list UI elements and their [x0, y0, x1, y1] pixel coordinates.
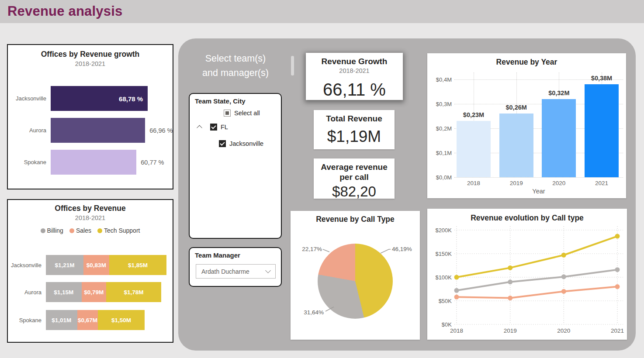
h-gridline — [454, 177, 623, 178]
chart-subtitle: 2018-2021 — [8, 214, 173, 221]
revenue-by-year-card: Revenue by Year $0,0M$0,1M$0,2M$0,3M$0,4… — [427, 53, 626, 198]
legend-label: Billing — [47, 227, 63, 234]
fl-checkbox[interactable] — [210, 124, 217, 131]
segment-sales[interactable]: $0,67M — [77, 310, 98, 330]
year-bar-2019[interactable] — [499, 114, 533, 177]
segment-tech-support[interactable]: $1,50M — [98, 310, 145, 330]
segment-billing[interactable]: $1,15M — [46, 282, 82, 302]
segment-billing[interactable]: $1,21M — [46, 255, 83, 275]
revenue-evolution-card: Revenue evolution by Call type $0K$50K$1… — [427, 209, 627, 340]
kpi-value: 66,11 % — [323, 80, 386, 100]
category-label: Aurora — [8, 127, 51, 134]
kpi-value: $1,19M — [327, 127, 381, 146]
segment-sales[interactable]: $0,79M — [82, 282, 106, 302]
legend-dot-icon — [41, 228, 45, 233]
data-point-billing-2020[interactable] — [561, 274, 566, 279]
year-chart-plot: $0,0M$0,1M$0,2M$0,3M$0,4M$0,23M2018$0,26… — [427, 53, 626, 198]
data-point-sales-2019[interactable] — [508, 296, 512, 300]
legend-label: Sales — [76, 227, 91, 234]
segment-tech-support[interactable]: $1,78M — [106, 282, 161, 302]
tree-item-fl[interactable]: FL — [197, 124, 228, 131]
fl-label: FL — [221, 124, 228, 131]
tree-item-jacksonville[interactable]: Jacksonville — [219, 140, 263, 147]
team-manager-dropdown[interactable]: Ardath Ducharme — [196, 264, 276, 279]
value-label: 68,78 % — [119, 95, 143, 102]
bar-aurora[interactable] — [51, 118, 145, 143]
y-axis-tick: $150K — [435, 251, 452, 257]
segment-billing[interactable]: $1,01M — [46, 310, 77, 330]
bar-spokane[interactable] — [51, 150, 136, 175]
kpi-subtitle: 2018-2021 — [339, 67, 369, 74]
x-axis-tick: 2019 — [504, 327, 517, 334]
category-label: Spokane — [8, 317, 46, 324]
segment-tech-support[interactable]: $1,85M — [109, 255, 166, 275]
data-point-billing-2018[interactable] — [454, 288, 459, 293]
chart-title: Offices by Revenue growth — [8, 50, 173, 59]
year-bar-2020[interactable] — [542, 99, 576, 177]
x-axis-tick: 2020 — [552, 180, 565, 186]
pie-chart[interactable] — [318, 244, 393, 319]
segment-value-label: $1,50M — [111, 317, 131, 324]
line-series-tech-support[interactable] — [457, 236, 617, 277]
total-revenue-kpi: Total Revenue $1,19M — [314, 110, 395, 149]
team-state-slicer: Team State, City Select all FL Jacksonvi… — [189, 93, 282, 239]
stacked-bar-row: Jacksonville$1,21M$0,83M$1,85M — [8, 255, 173, 275]
value-label: 66,96 % — [149, 127, 173, 134]
select-all-row[interactable]: Select all — [224, 110, 260, 117]
revenue-growth-kpi: Revenue Growth 2018-2021 66,11 % — [306, 53, 403, 100]
bar-row: Jacksonville68,78 % — [8, 86, 173, 111]
slicer-title: Team Manager — [190, 248, 281, 259]
bar-row: Spokane60,77 % — [8, 150, 173, 175]
x-axis-tick: 2021 — [611, 327, 624, 334]
stacked-bar: $1,21M$0,83M$1,85M — [46, 255, 166, 275]
y-axis-tick: $0,4M — [427, 76, 452, 83]
data-point-sales-2020[interactable] — [561, 289, 566, 294]
data-point-tech-support-2020[interactable] — [561, 253, 566, 258]
data-point-tech-support-2018[interactable] — [454, 275, 459, 280]
data-point-billing-2019[interactable] — [508, 279, 512, 284]
kpi-title: Revenue Growth — [322, 56, 388, 66]
x-axis-title: Year — [532, 188, 545, 195]
stacked-chart-plot: Jacksonville$1,21M$0,83M$1,85MAurora$1,1… — [8, 254, 173, 342]
segment-value-label: $0,83M — [87, 262, 106, 268]
bar-value-label: $0,26M — [506, 104, 526, 111]
y-axis-tick: $0,2M — [427, 125, 452, 132]
data-point-tech-support-2021[interactable] — [615, 234, 620, 239]
legend-item-tech-support[interactable]: Tech Support — [97, 227, 140, 234]
data-point-sales-2018[interactable] — [454, 295, 459, 299]
kpi-title: Average revenue per call — [321, 162, 387, 182]
bar-row: Aurora66,96 % — [8, 118, 173, 143]
data-point-tech-support-2019[interactable] — [508, 265, 512, 270]
stacked-bar: $1,15M$0,79M$1,78M — [46, 282, 161, 302]
year-bar-2021[interactable] — [585, 84, 619, 177]
y-axis-tick: $0K — [442, 321, 452, 328]
stacked-bar: $1,01M$0,67M$1,50M — [46, 310, 145, 330]
segment-sales[interactable]: $0,83M — [83, 255, 109, 275]
y-axis-tick: $200K — [435, 227, 452, 234]
team-manager-slicer: Team Manager Ardath Ducharme — [189, 247, 282, 287]
y-axis-tick: $0,1M — [427, 150, 452, 156]
line-chart-plot: $0K$50K$100K$150K$200K2018201920202021 — [427, 209, 627, 340]
data-point-billing-2021[interactable] — [615, 267, 620, 272]
bar-jacksonville[interactable]: 68,78 % — [51, 86, 148, 111]
legend-label: Tech Support — [104, 227, 140, 234]
legend-item-billing[interactable]: Billing — [41, 227, 63, 234]
report-page: Revenue analysis Offices by Revenue grow… — [0, 0, 644, 358]
x-axis-tick: 2019 — [510, 180, 523, 186]
legend-item-sales[interactable]: Sales — [69, 227, 91, 234]
collapse-chevron-icon[interactable] — [197, 125, 202, 131]
scrollbar-thumb[interactable] — [291, 56, 294, 76]
data-point-sales-2021[interactable] — [615, 284, 620, 289]
report-header: Revenue analysis — [0, 0, 644, 23]
chevron-down-icon — [265, 268, 271, 273]
segment-value-label: $1,85M — [128, 262, 148, 268]
y-axis-tick: $100K — [435, 274, 452, 281]
line-series-sales[interactable] — [457, 287, 617, 298]
x-axis-tick: 2018 — [467, 180, 480, 186]
revenue-by-call-type-card: Revenue by Call Type 22,17% 46,19% 31,64… — [291, 211, 420, 340]
select-all-checkbox[interactable] — [224, 110, 231, 117]
x-axis-tick: 2021 — [595, 180, 608, 186]
jacksonville-checkbox[interactable] — [219, 140, 226, 147]
category-label: Jacksonville — [8, 95, 51, 102]
year-bar-2018[interactable] — [457, 121, 491, 177]
